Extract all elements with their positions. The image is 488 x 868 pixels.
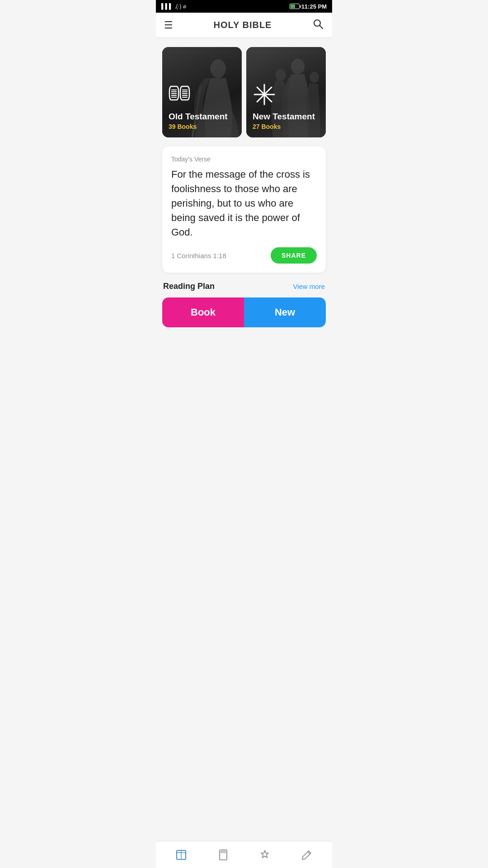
bottom-nav (156, 841, 332, 868)
signal-icon: ▌▌▌ (161, 3, 173, 9)
new-testament-name: New Testament (253, 112, 315, 122)
nav-bookmark[interactable] (208, 845, 238, 864)
verse-label: Today's Verse (171, 156, 317, 163)
old-testament-card[interactable]: Old Testament 39 Books (162, 47, 242, 137)
book-nav-icon (175, 849, 187, 861)
testament-section: Old Testament 39 Books (156, 38, 332, 143)
app-header: ☰ HOLY BIBLE (156, 13, 332, 38)
new-testament-books: 27 Books (253, 123, 315, 130)
verse-card: Today's Verse For the message of the cro… (162, 146, 326, 273)
menu-button[interactable]: ☰ (164, 19, 173, 31)
verse-reference: 1 Corinthians 1:18 (171, 252, 226, 259)
svg-point-2 (211, 59, 226, 78)
new-testament-content: New Testament 27 Books (253, 83, 315, 130)
reading-tab-new[interactable]: New (244, 297, 326, 327)
old-testament-books: 39 Books (169, 123, 228, 130)
status-bar: ▌▌▌ ,(·) ⌀ 11:25 PM (156, 0, 332, 13)
old-testament-content: Old Testament 39 Books (169, 83, 228, 130)
bookmark-nav-icon (217, 849, 229, 861)
time-display: 11:25 PM (301, 3, 327, 10)
nav-home[interactable] (166, 845, 196, 864)
wifi-icon: ,(·) (175, 3, 182, 9)
reading-tabs: Book New (156, 297, 332, 327)
svg-point-16 (291, 59, 305, 74)
tablets-icon (169, 83, 192, 106)
svg-rect-27 (221, 851, 225, 853)
reading-plan-title: Reading Plan (163, 282, 215, 291)
status-left: ▌▌▌ ,(·) ⌀ (161, 3, 186, 9)
search-button[interactable] (312, 18, 324, 33)
pencil-nav-icon (301, 849, 313, 861)
reading-plan-header: Reading Plan View more (156, 280, 332, 297)
app-title: HOLY BIBLE (214, 20, 272, 30)
verse-footer: 1 Corinthians 1:18 SHARE (171, 247, 317, 264)
cross-icon (253, 83, 276, 106)
verse-text: For the message of the cross is foolishn… (171, 167, 317, 239)
svg-point-18 (310, 71, 319, 83)
old-testament-name: Old Testament (169, 112, 228, 122)
reading-tab-book[interactable]: Book (162, 297, 244, 327)
svg-point-17 (276, 69, 286, 81)
nav-saved[interactable] (250, 845, 280, 864)
status-right: 11:25 PM (290, 3, 327, 10)
usb-icon: ⌀ (183, 3, 186, 9)
ribbon-nav-icon (259, 849, 271, 861)
new-testament-card[interactable]: New Testament 27 Books (246, 47, 326, 137)
view-more-link[interactable]: View more (293, 283, 325, 290)
svg-line-1 (319, 25, 323, 28)
nav-edit[interactable] (292, 845, 322, 864)
battery-icon (290, 4, 300, 9)
share-button[interactable]: SHARE (271, 247, 317, 264)
